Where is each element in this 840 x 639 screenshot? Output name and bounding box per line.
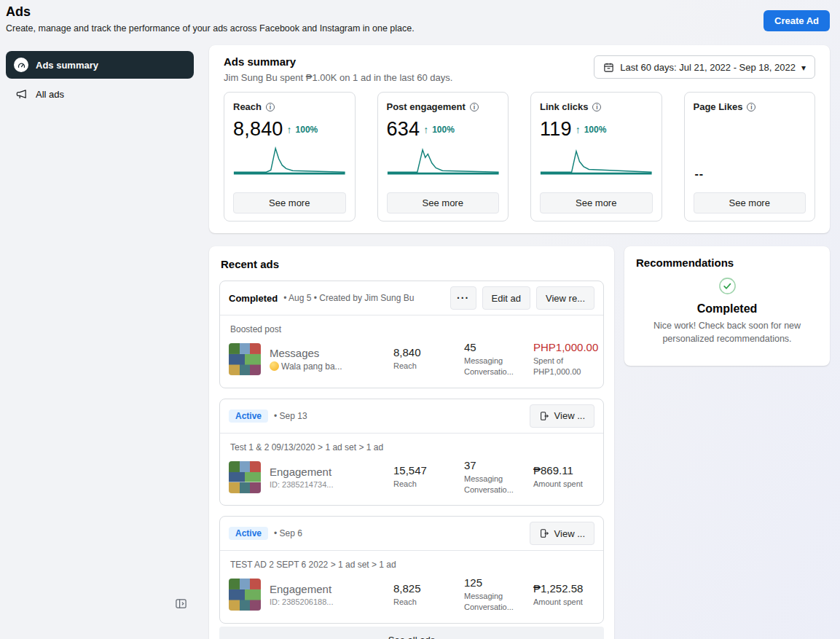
metric-label: Spent of PHP1,000.00: [533, 356, 603, 377]
ad-thumbnail[interactable]: [229, 579, 261, 611]
info-icon[interactable]: [747, 103, 755, 111]
see-all-ads-button[interactable]: See all ads: [219, 627, 604, 639]
gauge-icon: [14, 58, 28, 72]
stat-change: 100%: [432, 125, 455, 135]
info-icon[interactable]: [592, 103, 601, 111]
more-options-button[interactable]: [450, 286, 476, 310]
calendar-icon: [603, 62, 614, 73]
metric-value: 45: [464, 341, 533, 353]
date-range-selector[interactable]: Last 60 days: Jul 21, 2022 - Sep 18, 202…: [594, 55, 815, 79]
see-more-button[interactable]: See more: [233, 192, 346, 213]
recommendations-message: Nice work! Check back soon for new perso…: [642, 319, 812, 345]
metric-reach: 8,825 Reach: [393, 582, 464, 608]
collapse-sidebar-icon[interactable]: [173, 597, 188, 612]
recommendations-status: Completed: [636, 302, 818, 315]
stat-change: 100%: [296, 125, 318, 135]
edit-ad-button[interactable]: Edit ad: [482, 286, 530, 310]
recent-ads-title: Recent ads: [221, 258, 604, 270]
metric-label: Messaging Conversatio...: [464, 356, 533, 377]
preview-icon: [539, 411, 549, 421]
sparkline-chart: [387, 144, 500, 176]
ad-name[interactable]: Messages: [270, 347, 393, 359]
sidebar-item-all-ads[interactable]: All ads: [6, 80, 194, 108]
view-results-button[interactable]: View ...: [530, 404, 594, 428]
sidebar-item-ads-summary[interactable]: Ads summary: [6, 51, 194, 79]
sidebar-item-label: All ads: [36, 89, 64, 100]
metric-reach: 15,547 Reach: [393, 464, 464, 490]
metric-reach: 8,840 Reach: [393, 346, 464, 372]
metric-label: Reach: [393, 597, 464, 608]
status-badge: Active: [229, 527, 268, 540]
metric-spend: PHP1,000.00 Spent of PHP1,000.00: [533, 341, 603, 377]
ads-summary-card: Ads summary Jim Sung Bu spent ₱1.00K on …: [209, 45, 830, 233]
metric-value: 15,547: [393, 464, 464, 477]
metric-label: Messaging Conversatio...: [464, 591, 533, 613]
stat-label: Post engagement: [387, 101, 466, 112]
ad-name[interactable]: Engagement: [270, 466, 393, 478]
stat-label: Reach: [233, 101, 262, 112]
metric-value: 8,840: [393, 346, 464, 358]
recommendations-title: Recommendations: [636, 256, 818, 269]
metric-label: Amount spent: [533, 597, 603, 608]
status-badge: Completed: [229, 293, 278, 304]
recent-ads-card: Recent ads Completed • Aug 5 • Created b…: [209, 246, 614, 639]
ad-meta: • Aug 5 • Created by Jim Sung Bu: [283, 293, 414, 303]
metric-spend: ₱869.11 Amount spent: [533, 464, 603, 490]
page-header: Ads Create, manage and track the perform…: [6, 4, 834, 45]
metric-value: ₱869.11: [533, 464, 603, 477]
stat-card-link-clicks: Link clicks 119 100% See more: [530, 92, 662, 222]
see-more-button[interactable]: See more: [540, 192, 653, 213]
view-label: View ...: [554, 528, 585, 539]
view-results-button[interactable]: View re...: [536, 286, 594, 310]
ad-subtext: Wala pang ba...: [281, 361, 342, 372]
metric-label: Amount spent: [533, 479, 603, 490]
chevron-down-icon: [801, 62, 806, 73]
metric-conversations: 37 Messaging Conversatio...: [464, 459, 533, 495]
metric-spend: ₱1,252.58 Amount spent: [533, 582, 603, 608]
check-circle-icon: [718, 276, 737, 299]
ad-row-active-sep6: Active • Sep 6 View ... TEST AD 2 SEPT 6…: [219, 516, 604, 624]
metric-conversations: 125 Messaging Conversatio...: [464, 576, 533, 613]
sparkline-chart: [540, 144, 653, 176]
metric-value: 37: [464, 459, 533, 471]
ad-breadcrumb: TEST AD 2 SEPT 6 2022 > 1 ad set > 1 ad: [230, 560, 594, 570]
view-results-button[interactable]: View ...: [530, 522, 594, 545]
preview-icon: [539, 528, 549, 538]
trend-up-icon: [576, 123, 581, 136]
ad-thumbnail[interactable]: [229, 343, 261, 375]
info-icon[interactable]: [266, 103, 275, 111]
recommendations-card: Recommendations Completed Nice work! Che…: [624, 246, 830, 366]
sparkline-chart: [233, 144, 346, 176]
stat-label: Link clicks: [540, 101, 588, 112]
create-ad-button[interactable]: Create Ad: [764, 10, 830, 31]
ad-thumbnail[interactable]: [229, 461, 261, 493]
ad-name[interactable]: Engagement: [270, 583, 393, 595]
page-title: Ads: [6, 4, 834, 20]
metric-value: 125: [464, 576, 533, 589]
stat-card-page-likes: Page Likes -- See more: [684, 92, 816, 222]
stats-row: Reach 8,840 100% See more Post engagemen…: [224, 92, 815, 222]
metric-value: PHP1,000.00: [533, 341, 603, 353]
metric-label: Reach: [393, 361, 464, 372]
trend-up-icon: [287, 123, 292, 136]
stat-value: 634: [387, 118, 420, 141]
metric-label: Messaging Conversatio...: [464, 474, 533, 495]
stat-card-reach: Reach 8,840 100% See more: [224, 92, 356, 222]
stat-change: 100%: [584, 125, 607, 135]
sidebar: Ads summary All ads: [6, 51, 194, 109]
ad-meta: • Sep 13: [274, 411, 307, 421]
info-icon[interactable]: [470, 103, 479, 111]
stat-label: Page Likes: [694, 101, 743, 112]
ad-meta: • Sep 6: [274, 528, 302, 538]
ad-kind: Boosted post: [230, 324, 594, 334]
see-more-button[interactable]: See more: [387, 192, 500, 213]
ad-row-active-sep13: Active • Sep 13 View ... Test 1 & 2 09/1…: [219, 399, 604, 506]
see-more-button[interactable]: See more: [694, 192, 806, 213]
trend-up-icon: [423, 123, 428, 136]
stat-card-post-engagement: Post engagement 634 100% See more: [377, 92, 509, 222]
metric-label: Reach: [393, 479, 464, 490]
metric-value: ₱1,252.58: [533, 582, 603, 595]
ad-body: TEST AD 2 SEPT 6 2022 > 1 ad set > 1 ad …: [220, 551, 603, 623]
ad-header: Active • Sep 6 View ...: [220, 517, 603, 551]
megaphone-icon: [14, 88, 28, 101]
